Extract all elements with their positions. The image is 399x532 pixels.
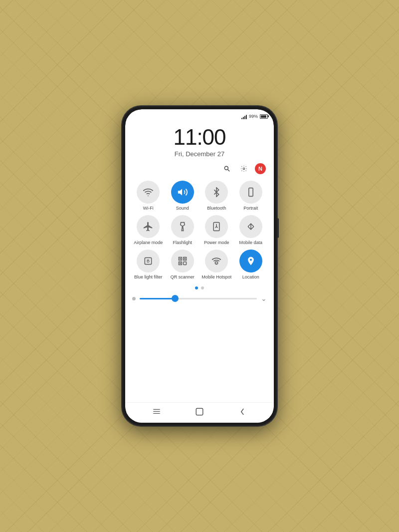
svg-marker-4: [178, 189, 182, 196]
clock-time: 11:00: [173, 126, 225, 148]
location-label: Location: [242, 274, 259, 280]
toggle-mobile-data[interactable]: Mobile data: [235, 215, 267, 246]
hotspot-icon-circle: [205, 250, 228, 272]
nav-recent-button[interactable]: [149, 407, 164, 417]
signal-bar-3: [244, 116, 245, 119]
toggle-qr[interactable]: QR scanner: [167, 250, 199, 280]
toggle-sound[interactable]: Sound: [167, 181, 199, 211]
flashlight-icon-circle: [171, 215, 194, 238]
sound-label: Sound: [176, 206, 189, 211]
blue-light-icon-circle: B: [137, 250, 160, 272]
toggle-blue-light[interactable]: B Blue light filter: [132, 250, 165, 280]
brightness-slider[interactable]: [140, 298, 257, 299]
side-button[interactable]: [277, 218, 279, 238]
svg-rect-5: [249, 188, 253, 197]
nav-home-button[interactable]: [192, 407, 207, 417]
svg-point-3: [148, 195, 149, 196]
settings-button[interactable]: [238, 163, 250, 175]
quick-settings-toolbar: N: [125, 161, 274, 178]
expand-icon[interactable]: ⌄: [261, 294, 267, 302]
toggle-portrait[interactable]: Portrait: [235, 181, 267, 211]
battery-icon: [260, 114, 268, 119]
blue-light-label: Blue light filter: [134, 274, 163, 280]
toggle-power-mode[interactable]: Power mode: [200, 215, 233, 246]
toggle-wifi[interactable]: Wi-Fi: [132, 181, 165, 211]
svg-point-0: [224, 166, 228, 170]
brightness-row: ⌄: [125, 292, 274, 306]
airplane-label: Airplane mode: [134, 240, 163, 246]
brightness-fill: [140, 298, 175, 299]
portrait-label: Portrait: [243, 206, 258, 211]
svg-text:B: B: [147, 259, 150, 264]
hotspot-label: Mobile Hotspot: [201, 274, 231, 280]
flashlight-label: Flashlight: [173, 240, 192, 246]
qr-icon-circle: [171, 250, 194, 272]
svg-rect-15: [180, 263, 181, 264]
airplane-icon-circle: [137, 215, 160, 238]
svg-rect-21: [215, 262, 218, 264]
signal-bar-4: [246, 115, 247, 119]
toggle-flashlight[interactable]: Flashlight: [167, 215, 199, 246]
signal-indicator: [241, 113, 247, 119]
battery-fill: [261, 115, 266, 118]
brightness-thumb[interactable]: [172, 295, 179, 302]
signal-bar-2: [243, 117, 244, 119]
qr-label: QR scanner: [171, 274, 195, 280]
brightness-min-icon: [132, 297, 136, 300]
status-bar: 99%: [125, 109, 274, 120]
svg-line-1: [228, 170, 230, 172]
clock-date: Fri, December 27: [175, 150, 224, 158]
phone-device: 99% 11:00 Fri, December 27: [122, 106, 277, 426]
wifi-icon-circle: [137, 181, 160, 204]
svg-rect-25: [196, 408, 203, 415]
navigation-bar: [125, 402, 274, 423]
mobile-data-label: Mobile data: [239, 240, 262, 246]
battery-percentage: 99%: [249, 114, 258, 119]
phone-screen: 99% 11:00 Fri, December 27: [125, 109, 274, 423]
nav-back-button[interactable]: [235, 407, 250, 417]
toggle-hotspot[interactable]: Mobile Hotspot: [200, 250, 233, 280]
dot-2[interactable]: [201, 286, 204, 289]
toggle-bluetooth[interactable]: Bluetooth: [200, 181, 233, 211]
svg-point-2: [243, 168, 245, 170]
svg-rect-14: [184, 258, 186, 260]
wifi-label: Wi-Fi: [143, 206, 154, 211]
svg-rect-13: [180, 258, 181, 260]
portrait-icon-circle: [239, 181, 262, 204]
bluetooth-icon-circle: [205, 181, 228, 204]
bluetooth-label: Bluetooth: [207, 206, 226, 211]
notification-avatar[interactable]: N: [255, 163, 266, 174]
toggle-location[interactable]: Location: [235, 250, 267, 280]
quick-toggles-grid: Wi-Fi Sound: [125, 178, 274, 282]
dot-1[interactable]: [195, 286, 198, 289]
mobile-data-icon-circle: [239, 215, 262, 238]
location-icon-circle: [239, 250, 262, 272]
signal-bar-1: [241, 118, 242, 119]
power-mode-label: Power mode: [204, 240, 229, 246]
search-button[interactable]: [221, 163, 233, 175]
clock-area: 11:00 Fri, December 27: [125, 120, 274, 161]
power-mode-icon-circle: [205, 215, 228, 238]
toggle-airplane[interactable]: Airplane mode: [132, 215, 165, 246]
page-dots: [125, 282, 274, 292]
sound-icon-circle: [171, 181, 194, 204]
